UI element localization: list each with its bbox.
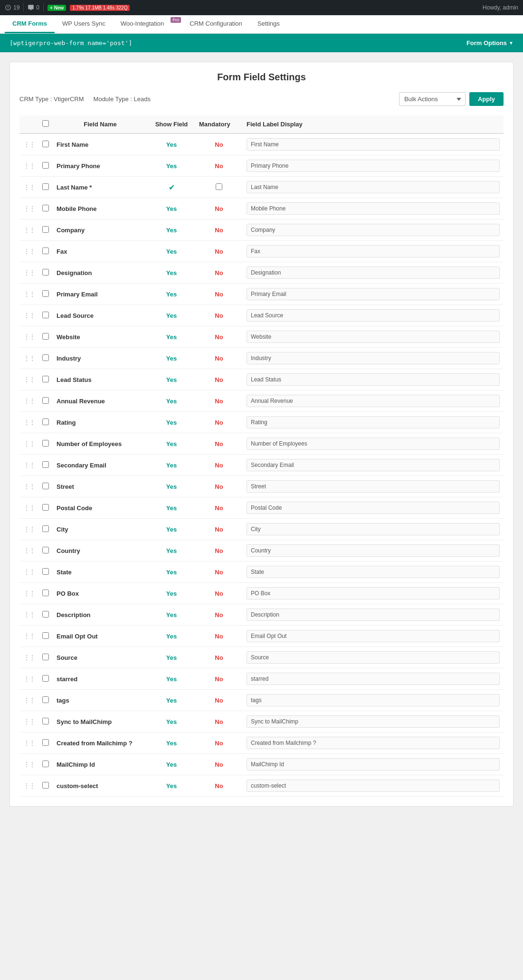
row-checkbox[interactable] [42, 247, 49, 254]
field-label-input[interactable] [247, 224, 500, 236]
drag-handle-icon[interactable]: ⋮⋮ [23, 568, 35, 576]
new-post-button[interactable]: + New [48, 5, 66, 11]
drag-handle-icon[interactable]: ⋮⋮ [23, 397, 35, 405]
drag-handle-icon[interactable]: ⋮⋮ [23, 525, 35, 533]
row-checkbox[interactable] [42, 162, 49, 169]
drag-handle-icon[interactable]: ⋮⋮ [23, 632, 35, 640]
row-checkbox[interactable] [42, 590, 49, 596]
row-checkbox[interactable] [42, 632, 49, 639]
field-label-input[interactable] [247, 245, 500, 257]
row-checkbox[interactable] [42, 226, 49, 233]
row-checkbox[interactable] [42, 782, 49, 789]
row-checkbox[interactable] [42, 547, 49, 553]
row-checkbox[interactable] [42, 761, 49, 767]
row-checkbox[interactable] [42, 333, 49, 340]
drag-handle-icon[interactable]: ⋮⋮ [23, 761, 35, 768]
row-checkbox[interactable] [42, 419, 49, 425]
row-checkbox[interactable] [42, 504, 49, 511]
field-label-input[interactable] [247, 737, 500, 749]
drag-handle-icon[interactable]: ⋮⋮ [23, 483, 35, 490]
drag-handle-icon[interactable]: ⋮⋮ [23, 547, 35, 554]
drag-handle-icon[interactable]: ⋮⋮ [23, 376, 35, 383]
field-label-input[interactable] [247, 395, 500, 407]
form-options-button[interactable]: Form Options ▼ [466, 39, 513, 47]
field-label-input[interactable] [247, 480, 500, 493]
drag-handle-icon[interactable]: ⋮⋮ [23, 739, 35, 747]
drag-handle-icon[interactable]: ⋮⋮ [23, 205, 35, 212]
field-label-input[interactable] [247, 266, 500, 279]
drag-handle-icon[interactable]: ⋮⋮ [23, 461, 35, 469]
field-label-input[interactable] [247, 715, 500, 728]
drag-handle-icon[interactable]: ⋮⋮ [23, 696, 35, 704]
row-checkbox[interactable] [42, 675, 49, 682]
field-label-input[interactable] [247, 587, 500, 599]
notifications-count[interactable]: 19 [5, 4, 19, 11]
row-checkbox[interactable] [42, 440, 49, 447]
drag-handle-icon[interactable]: ⋮⋮ [23, 183, 35, 191]
field-label-input[interactable] [247, 181, 500, 193]
row-checkbox[interactable] [42, 354, 49, 361]
field-label-input[interactable] [247, 780, 500, 792]
drag-handle-icon[interactable]: ⋮⋮ [23, 654, 35, 661]
tab-settings[interactable]: Settings [250, 15, 287, 33]
drag-handle-icon[interactable]: ⋮⋮ [23, 504, 35, 512]
field-label-input[interactable] [247, 352, 500, 364]
field-label-input[interactable] [247, 416, 500, 428]
drag-handle-icon[interactable]: ⋮⋮ [23, 290, 35, 298]
field-label-input[interactable] [247, 502, 500, 514]
drag-handle-icon[interactable]: ⋮⋮ [23, 782, 35, 790]
row-checkbox[interactable] [42, 568, 49, 575]
drag-handle-icon[interactable]: ⋮⋮ [23, 419, 35, 426]
drag-handle-icon[interactable]: ⋮⋮ [23, 440, 35, 447]
field-label-input[interactable] [247, 138, 500, 151]
mandatory-checkbox[interactable] [216, 183, 222, 190]
drag-handle-icon[interactable]: ⋮⋮ [23, 226, 35, 234]
drag-handle-icon[interactable]: ⋮⋮ [23, 247, 35, 255]
row-checkbox[interactable] [42, 718, 49, 724]
tab-crm-forms[interactable]: CRM Forms [5, 15, 55, 33]
tab-woo-integration[interactable]: Woo-Integtation Pro [113, 15, 182, 33]
field-label-input[interactable] [247, 160, 500, 172]
drag-handle-icon[interactable]: ⋮⋮ [23, 162, 35, 170]
field-label-input[interactable] [247, 288, 500, 300]
drag-handle-icon[interactable]: ⋮⋮ [23, 675, 35, 683]
row-checkbox[interactable] [42, 696, 49, 703]
drag-handle-icon[interactable]: ⋮⋮ [23, 718, 35, 725]
field-label-input[interactable] [247, 694, 500, 706]
tab-wp-users-sync[interactable]: WP Users Sync [55, 15, 113, 33]
row-checkbox[interactable] [42, 205, 49, 211]
apply-button[interactable]: Apply [469, 92, 504, 106]
tab-crm-configuration[interactable]: CRM Configuration [182, 15, 250, 33]
drag-handle-icon[interactable]: ⋮⋮ [23, 312, 35, 319]
drag-handle-icon[interactable]: ⋮⋮ [23, 269, 35, 276]
field-label-input[interactable] [247, 202, 500, 215]
drag-handle-icon[interactable]: ⋮⋮ [23, 141, 35, 148]
field-label-input[interactable] [247, 758, 500, 771]
field-label-input[interactable] [247, 331, 500, 343]
row-checkbox[interactable] [42, 654, 49, 660]
field-label-input[interactable] [247, 373, 500, 386]
row-checkbox[interactable] [42, 183, 49, 190]
select-all-checkbox[interactable] [42, 120, 49, 127]
field-label-input[interactable] [247, 523, 500, 535]
row-checkbox[interactable] [42, 312, 49, 318]
drag-handle-icon[interactable]: ⋮⋮ [23, 354, 35, 362]
comments-count[interactable]: 0 [28, 4, 39, 11]
field-label-input[interactable] [247, 673, 500, 685]
drag-handle-icon[interactable]: ⋮⋮ [23, 611, 35, 618]
field-label-input[interactable] [247, 459, 500, 471]
field-label-input[interactable] [247, 651, 500, 664]
row-checkbox[interactable] [42, 376, 49, 382]
row-checkbox[interactable] [42, 483, 49, 489]
field-label-input[interactable] [247, 609, 500, 621]
field-label-input[interactable] [247, 566, 500, 578]
field-label-input[interactable] [247, 630, 500, 642]
row-checkbox[interactable] [42, 461, 49, 468]
row-checkbox[interactable] [42, 739, 49, 746]
row-checkbox[interactable] [42, 290, 49, 297]
drag-handle-icon[interactable]: ⋮⋮ [23, 590, 35, 597]
row-checkbox[interactable] [42, 141, 49, 147]
row-checkbox[interactable] [42, 525, 49, 532]
row-checkbox[interactable] [42, 269, 49, 276]
field-label-input[interactable] [247, 309, 500, 322]
